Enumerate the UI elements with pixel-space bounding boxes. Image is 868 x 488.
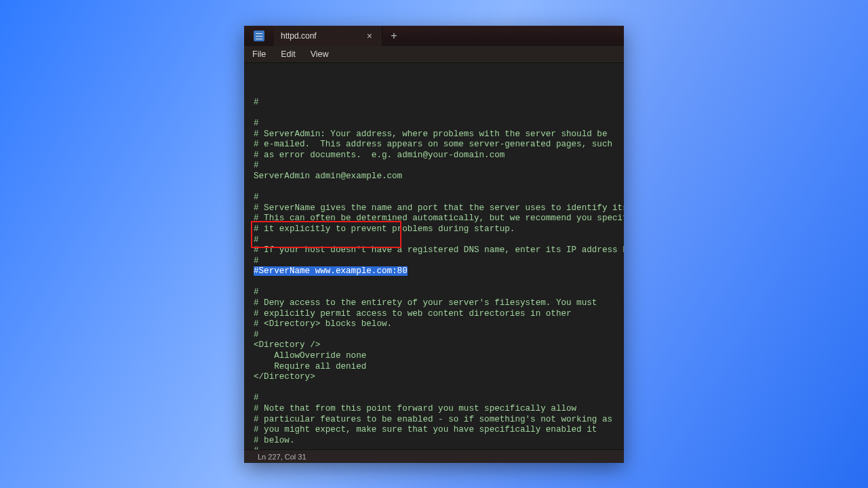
text-editor-content[interactable]: ### ServerAdmin: Your address, where pro… <box>244 63 624 449</box>
code-line: # below. <box>254 436 624 447</box>
code-line: # e-mailed. This address appears on some… <box>254 140 624 150</box>
code-line <box>254 108 624 119</box>
code-line <box>254 277 624 288</box>
code-line: #ServerName www.example.com:80 <box>254 266 624 277</box>
code-line <box>254 182 624 193</box>
code-line: # as error documents. e.g. admin@your-do… <box>254 150 624 161</box>
code-line: # <box>254 98 624 108</box>
tab-label: httpd.conf <box>281 31 317 41</box>
code-line: # <Directory> blocks below. <box>254 319 624 330</box>
code-line: # This can often be determined automatic… <box>254 214 624 224</box>
menubar: File Edit View <box>244 46 624 63</box>
code-line: # <box>254 330 624 341</box>
code-line: ServerAdmin admin@example.com <box>254 171 624 182</box>
code-line: <Directory /> <box>254 340 624 351</box>
desktop-background: httpd.conf × + File Edit View ### Server… <box>0 0 868 488</box>
code-line: # Deny access to the entirety of your se… <box>254 298 624 309</box>
close-icon[interactable]: × <box>364 30 375 42</box>
cursor-position: Ln 227, Col 31 <box>258 453 307 461</box>
code-line: # <box>254 287 624 298</box>
new-tab-button[interactable]: + <box>382 26 406 46</box>
code-line: # explicitly permit access to web conten… <box>254 309 624 320</box>
code-line <box>254 383 624 394</box>
editor-window: httpd.conf × + File Edit View ### Server… <box>244 26 624 463</box>
code-line: # particular features to be enabled - so… <box>254 415 624 426</box>
code-line: Require all denied <box>254 362 624 373</box>
code-line: # you might expect, make sure that you h… <box>254 425 624 436</box>
code-line: # Note that from this point forward you … <box>254 404 624 415</box>
code-line: # <box>254 256 624 267</box>
code-line: # <box>254 393 624 404</box>
code-line: # If your host doesn't have a registered… <box>254 245 624 256</box>
code-line: # <box>254 446 624 449</box>
code-line: </Directory> <box>254 372 624 383</box>
code-line: # <box>254 161 624 171</box>
statusbar: Ln 227, Col 31 <box>244 449 624 463</box>
code-line: # ServerAdmin: Your address, where probl… <box>254 129 624 140</box>
titlebar: httpd.conf × + <box>244 26 624 46</box>
document-icon <box>254 30 264 41</box>
menu-edit[interactable]: Edit <box>279 48 297 60</box>
tab-httpd-conf[interactable]: httpd.conf × <box>274 26 382 46</box>
code-line: # ServerName gives the name and port tha… <box>254 203 624 214</box>
menu-view[interactable]: View <box>309 48 330 60</box>
menu-file[interactable]: File <box>251 48 267 60</box>
code-line: AllowOverride none <box>254 351 624 362</box>
code-line: # <box>254 192 624 203</box>
code-line: # it explicitly to prevent problems duri… <box>254 224 624 235</box>
code-line: # <box>254 235 624 246</box>
code-line: # <box>254 119 624 129</box>
